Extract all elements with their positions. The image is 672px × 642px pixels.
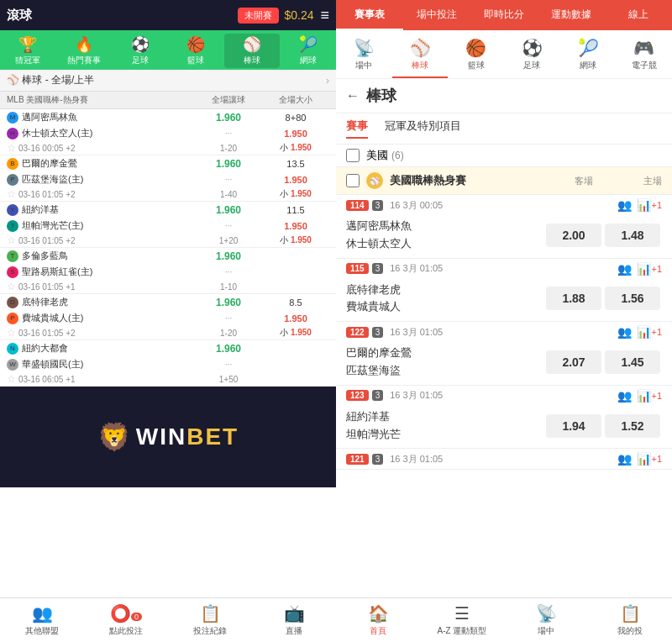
star-icon[interactable]: ☆ [7, 281, 16, 292]
match-icons: 👥 📊 [617, 325, 651, 339]
star-icon[interactable]: ☆ [7, 234, 16, 246]
odds-handicap[interactable]: 1.960 [195, 297, 262, 308]
team-logo: T [7, 220, 18, 232]
away-odds-button[interactable]: 1.94 [546, 414, 601, 438]
home-odds-button[interactable]: 1.52 [605, 414, 660, 438]
right-nav-basketball[interactable]: 🏀 籃球 [448, 35, 504, 78]
away-odds-button[interactable]: 1.88 [546, 287, 601, 310]
nav-hot-label: 熱門賽事 [67, 55, 101, 66]
right-nav-esports[interactable]: 🎮 電子競 [616, 35, 672, 78]
team-row: N 紐約大都會 1.960 [0, 340, 336, 356]
tab-events[interactable]: 賽事 [346, 118, 368, 139]
team-row: S 聖路易斯紅雀(主) ··· [0, 264, 336, 280]
tab-stats[interactable]: 運動數據 [538, 0, 605, 30]
right-nav-live[interactable]: 📡 場中 [336, 35, 392, 78]
match-icons: 👥 📊 [617, 389, 651, 403]
people-icon: 👥 [617, 389, 632, 403]
team-names: 紐約洋基 坦帕灣光芒 [346, 408, 544, 444]
league-name: 美國職棒熱身賽 [390, 173, 575, 188]
list-icon: ☰ [454, 603, 470, 624]
odds-size-val[interactable]: 1.950 [262, 221, 329, 231]
bar-chart-icon: 📊 [637, 198, 651, 212]
footer-bet-now[interactable]: ⭕0 點此投注 [84, 603, 168, 637]
away-odds-button[interactable]: 2.00 [546, 224, 601, 247]
footer-mybets[interactable]: 📋 我的投 [588, 603, 672, 637]
tab-online[interactable]: 線上 [605, 0, 672, 30]
match-round-badge: 3 [372, 390, 384, 401]
team-logo: B [7, 158, 18, 170]
sub-nav-baseball[interactable]: ⚾ 棒球 - 全場/上半 [7, 73, 94, 87]
tab-specials[interactable]: 冠軍及特別項目 [385, 118, 461, 139]
nav-champion[interactable]: 🏆 猜冠軍 [0, 34, 56, 68]
match-id-badge: 114 [346, 200, 369, 211]
region-checkbox[interactable] [346, 149, 360, 162]
right-nav-soccer[interactable]: ⚽ 足球 [504, 35, 560, 78]
right-matches-list: 114 3 16 3月 00:05 👥 📊 +1 邁阿密馬林魚 休士頓太空人 2… [336, 195, 672, 597]
list-item: 114 3 16 3月 00:05 👥 📊 +1 邁阿密馬林魚 休士頓太空人 2… [336, 195, 672, 259]
lion-icon: 🦁 [97, 421, 131, 453]
odds-size-label: 8+80 [262, 113, 329, 123]
odds-dots: ··· [195, 313, 262, 323]
baseball-nav-icon: ⚾ [410, 38, 431, 58]
menu-icon[interactable]: ≡ [320, 7, 329, 24]
nav-hot[interactable]: 🔥 熱門賽事 [56, 34, 113, 68]
bet-icon: ⭕0 [110, 603, 142, 624]
nav-soccer[interactable]: ⚽ 足球 [112, 34, 168, 68]
odds-size-val[interactable]: 1.950 [262, 313, 329, 324]
tab-live-bet[interactable]: 場中投注 [403, 0, 470, 30]
right-nav-baseball[interactable]: ⚾ 棒球 [392, 35, 449, 78]
page-title: 棒球 [366, 86, 396, 106]
odds-handicap[interactable]: 1.960 [195, 204, 262, 216]
back-button[interactable]: ← [346, 88, 360, 103]
footer-inplay[interactable]: 📡 場中 [504, 603, 588, 637]
match-plus[interactable]: +1 [651, 200, 662, 210]
away-odds-button[interactable]: 2.07 [546, 350, 601, 374]
odds-handicap[interactable]: 1.960 [195, 250, 262, 262]
league-header: ⚾ 美國職棒熱身賽 客場 主場 [336, 167, 672, 195]
footer-other-leagues[interactable]: 👥 其他聯盟 [0, 603, 84, 637]
match-icons: 👥 📊 [617, 452, 651, 466]
star-icon[interactable]: ☆ [7, 142, 16, 154]
soccer-icon: ⚽ [131, 35, 150, 54]
tab-schedule[interactable]: 賽事表 [336, 0, 403, 30]
soccer-nav-icon: ⚽ [522, 38, 543, 58]
home-odds-button[interactable]: 1.48 [605, 224, 660, 247]
odds-dots: ··· [195, 221, 262, 230]
odds-handicap[interactable]: 1.960 [195, 112, 262, 124]
footer-records[interactable]: 📋 投注紀錄 [168, 603, 252, 637]
home-odds-button[interactable]: 1.56 [605, 287, 660, 310]
odds-size-val[interactable]: 1.950 [262, 129, 329, 139]
right-top-nav: 賽事表 場中投注 即時比分 運動數據 線上 [336, 0, 672, 30]
team-row: Y 紐約洋基 1.960 11.5 [0, 202, 336, 218]
match-plus[interactable]: +1 [651, 391, 662, 401]
footer-az[interactable]: ☰ A-Z 運動類型 [420, 603, 504, 637]
nav-tennis[interactable]: 🎾 網球 [280, 34, 336, 68]
bar-chart-icon: 📊 [637, 452, 651, 466]
team-row: M 邁阿密馬林魚 1.960 8+80 [0, 109, 336, 125]
tab-live-score[interactable]: 即時比分 [470, 0, 538, 30]
odds-handicap[interactable]: 1.960 [195, 158, 262, 170]
match-icons: 👥 📊 [617, 198, 651, 212]
team-row: T 坦帕灣光芒(主) ··· 1.950 [0, 218, 336, 234]
team1-name: N 紐約大都會 [7, 342, 195, 355]
team-logo: W [7, 359, 18, 371]
odds-handicap[interactable]: 1.960 [195, 343, 262, 355]
home-odds-button[interactable]: 1.45 [605, 350, 660, 374]
odds-size-val[interactable]: 1.950 [262, 175, 329, 185]
footer-live[interactable]: 📺 直播 [252, 603, 336, 637]
match-round-badge: 3 [372, 263, 384, 274]
team2-name: H 休士頓太空人(主) [7, 127, 195, 139]
nav-basketball[interactable]: 🏀 籃球 [168, 34, 224, 68]
star-icon[interactable]: ☆ [7, 188, 16, 200]
match-plus[interactable]: +1 [651, 454, 662, 464]
match-plus[interactable]: +1 [651, 264, 662, 274]
nav-baseball[interactable]: ⚾ 棒球 [224, 34, 281, 68]
team-row: B 巴爾的摩金鶯 1.960 13.5 [0, 155, 336, 171]
match-id-badge: 115 [346, 263, 369, 274]
right-nav-tennis[interactable]: 🎾 網球 [560, 35, 617, 78]
league-checkbox[interactable] [346, 174, 360, 187]
star-icon[interactable]: ☆ [7, 327, 16, 339]
star-icon[interactable]: ☆ [7, 373, 16, 385]
match-plus[interactable]: +1 [651, 327, 662, 337]
footer-home[interactable]: 🏠 首頁 [336, 603, 420, 637]
